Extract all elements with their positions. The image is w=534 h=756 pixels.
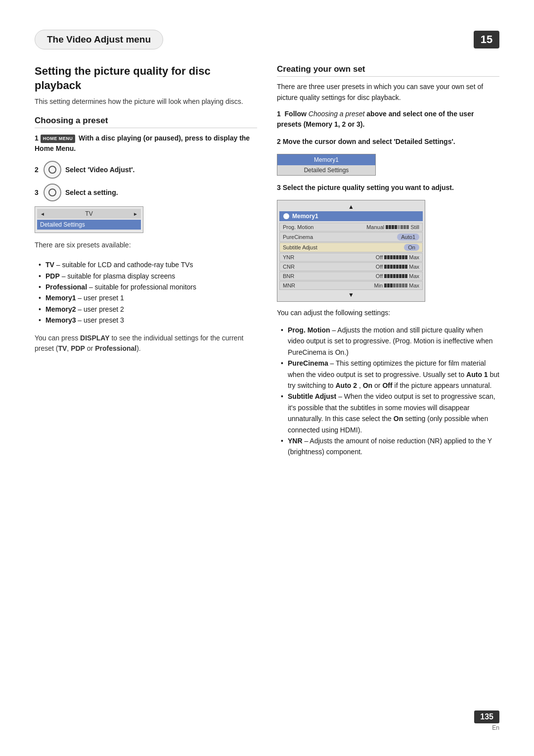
list-item-memory2-label: Memory2 <box>45 305 76 313</box>
on-bold: On <box>363 381 372 389</box>
list-item-ynr: YNR – Adjusts the amount of noise reduct… <box>281 435 499 458</box>
following-text: You can adjust the following settings: <box>277 308 499 319</box>
creating-intro: There are three user presets in which yo… <box>277 82 499 103</box>
home-menu-icon: HOME MENU <box>41 135 76 143</box>
list-item-professional-desc: – suitable for professional monitors <box>89 283 196 291</box>
memory-icon <box>283 213 289 219</box>
ynr-bar <box>384 255 407 259</box>
left-arrow: ◄ <box>40 211 45 217</box>
settings-bullets-list: Prog. Motion – Adjusts the motion and st… <box>281 325 499 458</box>
list-item-memory1: Memory1 – user preset 1 <box>39 292 257 303</box>
step-3-number: 3 <box>35 189 42 196</box>
right-step-3-text: 3 Select the picture quality setting you… <box>277 184 454 191</box>
intro-text: This setting determines how the picture … <box>35 96 257 107</box>
step-3-text: Select a setting. <box>65 189 118 196</box>
step-1-number: 1 <box>35 134 41 142</box>
ynr-row: YNR Off Max <box>279 253 423 262</box>
detailed-settings-row: Detailed Settings <box>37 220 141 230</box>
mnr-value: Min Max <box>374 283 419 288</box>
memory-table-header: Memory1 <box>279 211 423 221</box>
step-3: 3 Select a setting. <box>35 184 257 201</box>
detailed-settings-label: Detailed Settings <box>40 221 85 228</box>
list-item-professional: Professional – suitable for professional… <box>39 282 257 292</box>
preset-tv-bold: TV <box>58 344 67 352</box>
purecinema-value: Auto1 <box>397 234 419 240</box>
list-item-memory2-desc: – user preset 2 <box>78 305 124 313</box>
footer: 135 En <box>474 710 499 731</box>
creating-heading: Creating your own set <box>277 64 499 77</box>
step-1: 1 HOME MENU With a disc playing (or paus… <box>35 133 257 154</box>
purecinema-label: PureCinema <box>283 234 322 240</box>
list-item-pdp: PDP – suitable for plasma display screen… <box>39 271 257 282</box>
purecinema-bullet-label: PureCinema <box>288 359 328 367</box>
bnr-label: BNR <box>283 273 322 279</box>
list-item-tv-desc: – suitable for LCD and cathode-ray tube … <box>56 261 193 269</box>
step-2: 2 Select 'Video Adjust'. <box>35 161 257 179</box>
on-bold-2: On <box>394 415 403 423</box>
list-item-professional-label: Professional <box>45 283 87 291</box>
tv-label: TV <box>85 210 92 217</box>
prog-motion-row: Prog. Motion Manual <box>279 223 423 232</box>
tv-row: ◄ TV ► <box>37 209 141 219</box>
nav-dial-icon-2 <box>44 161 61 179</box>
footer-lang: En <box>492 724 499 731</box>
subtitle-adjust-row: Subtitle Adjust On <box>279 242 423 252</box>
choosing-preset-heading: Choosing a preset <box>35 116 257 128</box>
list-item-memory1-label: Memory1 <box>45 294 76 302</box>
right-step-1-number: 1 Follow <box>277 110 309 118</box>
header-page-number: 15 <box>474 31 499 48</box>
purecinema-bullet-or: or <box>374 381 382 389</box>
nav-dial-icon-3 <box>44 184 61 201</box>
header-bar: The Video Adjust menu 15 <box>35 30 499 49</box>
tv-preset-screenshot: ◄ TV ► Detailed Settings <box>35 206 143 233</box>
purecinema-pill: Auto1 <box>397 234 419 240</box>
detailed-settings-popup: Memory1 Detailed Settings <box>277 154 376 176</box>
cnr-value: Off Max <box>376 264 419 270</box>
list-item-tv-label: TV <box>45 261 54 269</box>
two-column-layout: Setting the picture quality for disc pla… <box>35 64 499 465</box>
off-bold: Off <box>382 381 392 389</box>
ynr-bullet-label: YNR <box>288 437 303 445</box>
right-step-1-italic: Choosing a preset <box>309 110 367 118</box>
purecinema-row: PureCinema Auto1 <box>279 232 423 242</box>
footer-page-number: 135 <box>474 710 499 723</box>
subtitle-adjust-pill: On <box>404 244 419 251</box>
right-column: Creating your own set There are three us… <box>277 64 499 465</box>
prog-motion-label: Prog. Motion <box>283 224 322 230</box>
left-column: Setting the picture quality for disc pla… <box>35 64 257 465</box>
list-item-memory3-desc: – user preset 3 <box>78 316 124 324</box>
cnr-row: CNR Off Max <box>279 262 423 271</box>
step-2-text: Select 'Video Adjust'. <box>65 166 134 174</box>
right-step-2-text: 2 Move the cursor down and select 'Detai… <box>277 138 455 145</box>
header-title: The Video Adjust menu <box>35 30 163 49</box>
list-item-memory3: Memory3 – user preset 3 <box>39 315 257 326</box>
step-2-number: 2 <box>35 166 42 174</box>
list-item-prog-motion: Prog. Motion – Adjusts the motion and st… <box>281 325 499 358</box>
nav-arrows-down: ▼ <box>279 290 423 299</box>
list-item-memory2: Memory2 – user preset 2 <box>39 304 257 315</box>
page-title: Setting the picture quality for disc pla… <box>35 64 257 93</box>
cnr-bar <box>384 265 407 269</box>
popup-item: Detailed Settings <box>277 165 375 175</box>
bnr-value: Off Max <box>376 273 419 279</box>
list-item-pdp-desc: – suitable for plasma display screens <box>62 272 176 280</box>
right-step-1: 1 Follow Choosing a preset above and sel… <box>277 109 499 130</box>
list-item-subtitle-adjust: Subtitle Adjust – When the video output … <box>281 391 499 435</box>
subtitle-adjust-bullet-label: Subtitle Adjust <box>288 392 336 400</box>
display-bold: DISPLAY <box>80 334 109 342</box>
presets-intro-text: There are six presets available: <box>35 240 257 250</box>
presets-list: TV – suitable for LCD and cathode-ray tu… <box>39 259 257 326</box>
list-item-pdp-label: PDP <box>45 272 60 280</box>
preset-pdp-bold: PDP <box>71 344 85 352</box>
right-step-3: 3 Select the picture quality setting you… <box>277 183 499 193</box>
purecinema-bullet-end: if the picture appears unnatural. <box>395 381 492 389</box>
memory-table-title: Memory1 <box>292 213 318 220</box>
subtitle-adjust-value: On <box>404 244 419 251</box>
cnr-label: CNR <box>283 264 322 270</box>
ynr-value: Off Max <box>376 254 419 260</box>
list-item-memory1-desc: – user preset 1 <box>78 294 124 302</box>
memory1-table: ▲ Memory1 Prog. Motion Manual <box>277 200 425 302</box>
mnr-row: MNR Min Max <box>279 281 423 290</box>
auto2-bold: Auto 2 <box>335 381 357 389</box>
list-item-purecinema: PureCinema – This setting optimizes the … <box>281 358 499 391</box>
